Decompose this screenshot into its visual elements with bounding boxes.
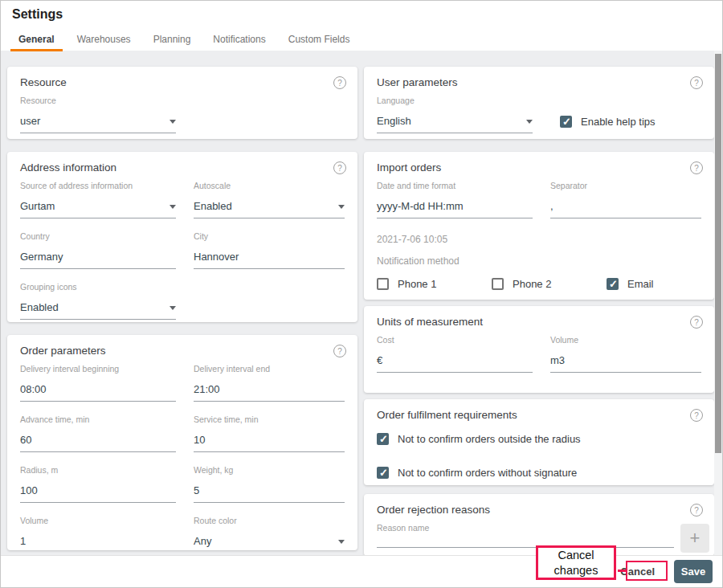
advance-time-input[interactable]: Advance time, min 60 (20, 414, 176, 452)
volume-unit-input[interactable]: Volume m3 (550, 335, 701, 373)
radius-input[interactable]: Radius, m 100 (20, 465, 176, 503)
field-label: Delivery interval beginning (20, 364, 176, 374)
date-time-format-input[interactable]: Date and time format yyyy-M-dd HH:mm (377, 181, 533, 218)
checkbox-box (377, 278, 389, 290)
field-value: 08:00 (20, 383, 47, 395)
card-title: Order parameters (20, 345, 106, 357)
confirm-outside-radius-checkbox[interactable]: Not to confirm orders outside the radius (377, 433, 701, 445)
field-value: 60 (20, 434, 31, 446)
help-icon[interactable] (690, 76, 703, 89)
help-icon[interactable] (333, 345, 346, 357)
field-value: Germany (20, 251, 63, 263)
chevron-down-icon[interactable] (338, 205, 345, 209)
field-label: Language (377, 96, 533, 105)
address-information-card: Address information Source of address in… (7, 152, 357, 322)
delivery-interval-end-input[interactable]: Delivery interval end 21:00 (194, 364, 345, 402)
email-checkbox[interactable]: Email (607, 278, 654, 290)
field-value: Hannover (194, 251, 239, 263)
service-time-input[interactable]: Service time, min 10 (194, 414, 345, 452)
scrollbar-thumb[interactable] (715, 54, 721, 453)
help-icon[interactable] (333, 76, 346, 89)
card-title: User parameters (377, 76, 458, 88)
volume-input[interactable]: Volume 1 (20, 516, 176, 550)
country-input[interactable]: Country Germany (20, 231, 176, 269)
phone2-checkbox[interactable]: Phone 2 (492, 278, 607, 290)
field-label: Autoscale (194, 181, 345, 190)
field-label: Delivery interval end (194, 364, 345, 374)
delivery-interval-beginning-input[interactable]: Delivery interval beginning 08:00 (20, 364, 176, 402)
resource-select[interactable]: Resource user (20, 96, 176, 133)
checkbox-label: Phone 1 (398, 278, 436, 290)
field-label: Advance time, min (20, 414, 176, 424)
card-title: Units of measurement (377, 316, 483, 328)
resource-card: Resource Resource user (7, 67, 357, 139)
save-button[interactable]: Save (674, 560, 713, 583)
separator-input[interactable]: Separator , (550, 181, 701, 218)
checkbox-box (607, 278, 619, 290)
cost-unit-input[interactable]: Cost € (377, 335, 533, 373)
field-value: yyyy-M-dd HH:mm (377, 200, 464, 212)
field-value: 5 (194, 484, 199, 496)
weight-input[interactable]: Weight, kg 5 (194, 465, 345, 503)
page-title: Settings (12, 7, 63, 22)
help-icon[interactable] (333, 161, 346, 174)
field-value: , (550, 200, 553, 212)
help-icon[interactable] (690, 409, 703, 422)
city-input[interactable]: City Hannover (194, 231, 345, 269)
address-source-select[interactable]: Source of address information Gurtam (20, 181, 176, 218)
tab-notifications[interactable]: Notifications (205, 34, 273, 51)
field-value: English (377, 115, 411, 127)
autoscale-select[interactable]: Autoscale Enabled (194, 181, 345, 218)
chevron-down-icon[interactable] (338, 540, 345, 544)
field-label: Volume (550, 335, 701, 345)
user-parameters-card: User parameters Language English Enable … (364, 67, 714, 139)
field-label: Grouping icons (20, 282, 176, 292)
tab-warehouses[interactable]: Warehouses (69, 34, 139, 51)
tab-planning[interactable]: Planning (145, 34, 199, 51)
help-icon[interactable] (690, 316, 703, 329)
grouping-icons-select[interactable]: Grouping icons Enabled (20, 282, 176, 320)
help-icon[interactable] (690, 161, 703, 174)
field-label: City (194, 231, 345, 241)
checkbox-label: Not to confirm orders without signature (398, 467, 577, 479)
chevron-down-icon[interactable] (170, 306, 176, 310)
reason-name-input[interactable] (377, 547, 674, 548)
scrollbar-track[interactable] (714, 51, 722, 556)
tab-general[interactable]: General (10, 34, 63, 51)
field-value: 21:00 (194, 383, 220, 395)
help-icon[interactable] (690, 504, 703, 517)
tab-bar: General Warehouses Planning Notification… (10, 34, 364, 51)
field-value: Gurtam (20, 200, 55, 212)
field-value: € (377, 354, 382, 366)
field-label: Radius, m (20, 465, 176, 475)
order-fulfilment-card: Order fulfilment requirements Not to con… (364, 399, 714, 485)
chevron-down-icon[interactable] (170, 205, 176, 209)
plus-icon: + (690, 529, 701, 547)
field-label: Separator (550, 181, 701, 190)
header: Settings General Warehouses Planning Not… (1, 1, 722, 51)
field-label: Reason name (377, 523, 701, 533)
enable-help-tips-checkbox[interactable]: Enable help tips (560, 116, 656, 128)
checkbox-box (377, 433, 389, 445)
field-label: Country (20, 231, 176, 241)
confirm-without-signature-checkbox[interactable]: Not to confirm orders without signature (377, 467, 701, 479)
field-value: Enabled (20, 301, 59, 313)
annotation-connector-line (618, 570, 627, 572)
field-value: 1 (20, 535, 26, 547)
date-format-example: 2021-7-06 10:05 (377, 234, 701, 245)
route-color-select[interactable]: Route color Any (194, 516, 345, 550)
field-value: 100 (20, 484, 38, 496)
chevron-down-icon[interactable] (526, 120, 533, 124)
field-label: Date and time format (377, 181, 533, 190)
checkbox-label: Enable help tips (581, 116, 656, 128)
annotation-callout: Cancel changes (536, 545, 616, 580)
order-parameters-card: Order parameters Delivery interval begin… (7, 335, 357, 550)
chevron-down-icon[interactable] (170, 120, 176, 124)
checkbox-box (560, 116, 572, 128)
tab-custom-fields[interactable]: Custom Fields (280, 34, 358, 51)
language-select[interactable]: Language English (377, 96, 533, 133)
phone1-checkbox[interactable]: Phone 1 (377, 278, 492, 290)
import-orders-card: Import orders Date and time format yyyy-… (364, 152, 714, 300)
field-value: 10 (194, 434, 205, 446)
add-reason-button[interactable]: + (680, 524, 709, 553)
